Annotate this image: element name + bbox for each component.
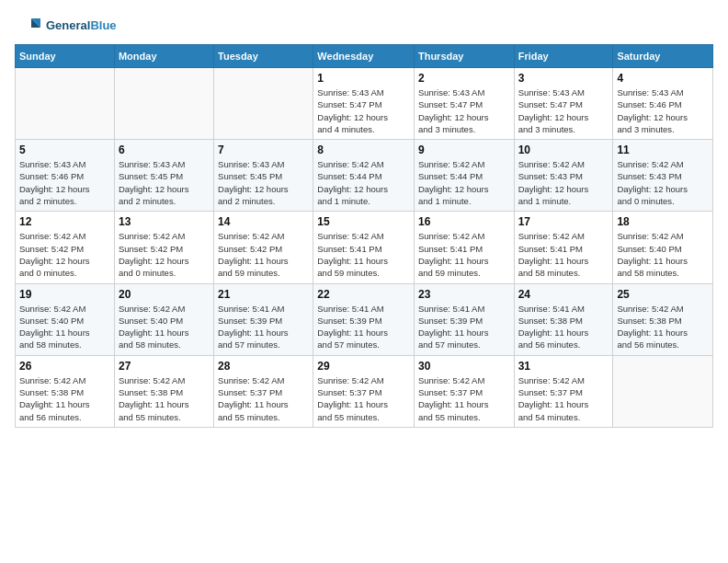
calendar-cell: 8Sunrise: 5:42 AM Sunset: 5:44 PM Daylig… [313,140,415,212]
day-info: Sunrise: 5:42 AM Sunset: 5:37 PM Dayligh… [518,374,609,423]
calendar-cell: 9Sunrise: 5:42 AM Sunset: 5:44 PM Daylig… [414,140,514,212]
day-number: 8 [317,144,410,156]
day-info: Sunrise: 5:43 AM Sunset: 5:47 PM Dayligh… [418,86,510,135]
calendar-cell: 5Sunrise: 5:43 AM Sunset: 5:46 PM Daylig… [16,140,115,212]
calendar-cell: 2Sunrise: 5:43 AM Sunset: 5:47 PM Daylig… [414,68,514,140]
calendar-cell: 31Sunrise: 5:42 AM Sunset: 5:37 PM Dayli… [514,355,613,427]
calendar-cell: 1Sunrise: 5:43 AM Sunset: 5:47 PM Daylig… [313,68,415,140]
day-number: 27 [119,360,210,373]
calendar-cell: 23Sunrise: 5:41 AM Sunset: 5:39 PM Dayli… [414,283,514,355]
day-info: Sunrise: 5:42 AM Sunset: 5:40 PM Dayligh… [19,303,110,351]
calendar-cell: 29Sunrise: 5:42 AM Sunset: 5:37 PM Dayli… [313,355,415,427]
logo-text: GeneralBlue [46,18,117,33]
day-number: 10 [518,144,609,156]
day-number: 9 [418,144,510,156]
calendar-week-2: 5Sunrise: 5:43 AM Sunset: 5:46 PM Daylig… [16,140,713,212]
day-number: 20 [119,288,210,301]
calendar-cell: 4Sunrise: 5:43 AM Sunset: 5:46 PM Daylig… [613,68,713,140]
day-number: 21 [218,288,309,301]
calendar-cell: 19Sunrise: 5:42 AM Sunset: 5:40 PM Dayli… [16,283,115,355]
day-info: Sunrise: 5:42 AM Sunset: 5:41 PM Dayligh… [317,230,410,279]
day-number: 25 [617,288,709,301]
day-header-sunday: Sunday [16,45,115,68]
calendar-cell: 22Sunrise: 5:41 AM Sunset: 5:39 PM Dayli… [313,283,415,355]
calendar-cell: 11Sunrise: 5:42 AM Sunset: 5:43 PM Dayli… [613,140,713,212]
calendar-cell: 14Sunrise: 5:42 AM Sunset: 5:42 PM Dayli… [214,212,313,283]
day-info: Sunrise: 5:42 AM Sunset: 5:44 PM Dayligh… [418,158,510,207]
calendar-cell: 17Sunrise: 5:42 AM Sunset: 5:41 PM Dayli… [514,212,613,283]
calendar-cell: 7Sunrise: 5:43 AM Sunset: 5:45 PM Daylig… [214,140,313,212]
day-info: Sunrise: 5:43 AM Sunset: 5:47 PM Dayligh… [518,86,609,135]
header: GeneralBlue [15,15,713,37]
calendar-cell [16,68,115,140]
day-header-friday: Friday [514,45,613,68]
day-info: Sunrise: 5:42 AM Sunset: 5:42 PM Dayligh… [218,230,309,279]
day-number: 5 [19,144,110,156]
calendar-cell: 26Sunrise: 5:42 AM Sunset: 5:38 PM Dayli… [16,355,115,427]
day-header-saturday: Saturday [613,45,713,68]
day-number: 24 [518,288,609,301]
day-info: Sunrise: 5:43 AM Sunset: 5:45 PM Dayligh… [218,158,309,207]
day-number: 12 [19,215,110,228]
day-number: 2 [418,72,510,85]
day-info: Sunrise: 5:41 AM Sunset: 5:39 PM Dayligh… [418,303,510,351]
day-info: Sunrise: 5:42 AM Sunset: 5:37 PM Dayligh… [418,374,510,423]
day-info: Sunrise: 5:42 AM Sunset: 5:41 PM Dayligh… [518,230,609,279]
calendar-week-1: 1Sunrise: 5:43 AM Sunset: 5:47 PM Daylig… [16,68,713,140]
calendar-cell [613,355,713,427]
calendar-week-3: 12Sunrise: 5:42 AM Sunset: 5:42 PM Dayli… [16,212,713,283]
day-header-wednesday: Wednesday [313,45,415,68]
day-info: Sunrise: 5:42 AM Sunset: 5:43 PM Dayligh… [518,158,609,207]
day-info: Sunrise: 5:41 AM Sunset: 5:39 PM Dayligh… [218,303,309,351]
day-info: Sunrise: 5:41 AM Sunset: 5:38 PM Dayligh… [518,303,609,351]
day-header-tuesday: Tuesday [214,45,313,68]
day-info: Sunrise: 5:42 AM Sunset: 5:40 PM Dayligh… [617,230,709,279]
day-header-thursday: Thursday [414,45,514,68]
day-info: Sunrise: 5:42 AM Sunset: 5:41 PM Dayligh… [418,230,510,279]
calendar-cell: 25Sunrise: 5:42 AM Sunset: 5:38 PM Dayli… [613,283,713,355]
logo: GeneralBlue [15,15,117,37]
day-info: Sunrise: 5:42 AM Sunset: 5:40 PM Dayligh… [119,303,210,351]
calendar-cell: 10Sunrise: 5:42 AM Sunset: 5:43 PM Dayli… [514,140,613,212]
day-number: 3 [518,72,609,85]
calendar-cell: 28Sunrise: 5:42 AM Sunset: 5:37 PM Dayli… [214,355,313,427]
calendar-table: SundayMondayTuesdayWednesdayThursdayFrid… [15,44,713,428]
calendar-cell [214,68,313,140]
calendar-cell: 16Sunrise: 5:42 AM Sunset: 5:41 PM Dayli… [414,212,514,283]
day-number: 18 [617,215,709,228]
calendar-cell: 27Sunrise: 5:42 AM Sunset: 5:38 PM Dayli… [114,355,213,427]
day-info: Sunrise: 5:41 AM Sunset: 5:39 PM Dayligh… [317,303,410,351]
day-info: Sunrise: 5:43 AM Sunset: 5:47 PM Dayligh… [317,86,410,135]
day-info: Sunrise: 5:43 AM Sunset: 5:45 PM Dayligh… [119,158,210,207]
day-number: 30 [418,360,510,373]
day-number: 31 [518,360,609,373]
calendar-cell: 12Sunrise: 5:42 AM Sunset: 5:42 PM Dayli… [16,212,115,283]
day-info: Sunrise: 5:42 AM Sunset: 5:37 PM Dayligh… [218,374,309,423]
calendar-cell: 20Sunrise: 5:42 AM Sunset: 5:40 PM Dayli… [114,283,213,355]
day-number: 1 [317,72,410,85]
day-number: 15 [317,215,410,228]
calendar-header: SundayMondayTuesdayWednesdayThursdayFrid… [16,45,713,68]
day-info: Sunrise: 5:43 AM Sunset: 5:46 PM Dayligh… [617,86,709,135]
logo-icon [15,15,42,37]
day-number: 13 [119,215,210,228]
calendar-cell: 21Sunrise: 5:41 AM Sunset: 5:39 PM Dayli… [214,283,313,355]
calendar-cell: 30Sunrise: 5:42 AM Sunset: 5:37 PM Dayli… [414,355,514,427]
day-info: Sunrise: 5:43 AM Sunset: 5:46 PM Dayligh… [19,158,110,207]
day-header-monday: Monday [114,45,213,68]
day-number: 17 [518,215,609,228]
day-number: 22 [317,288,410,301]
calendar-cell: 6Sunrise: 5:43 AM Sunset: 5:45 PM Daylig… [114,140,213,212]
calendar-cell [114,68,213,140]
day-number: 26 [19,360,110,373]
day-info: Sunrise: 5:42 AM Sunset: 5:38 PM Dayligh… [119,374,210,423]
day-number: 19 [19,288,110,301]
day-info: Sunrise: 5:42 AM Sunset: 5:38 PM Dayligh… [617,303,709,351]
calendar-week-4: 19Sunrise: 5:42 AM Sunset: 5:40 PM Dayli… [16,283,713,355]
day-number: 28 [218,360,309,373]
day-info: Sunrise: 5:42 AM Sunset: 5:44 PM Dayligh… [317,158,410,207]
day-number: 11 [617,144,709,156]
day-number: 23 [418,288,510,301]
calendar-cell: 24Sunrise: 5:41 AM Sunset: 5:38 PM Dayli… [514,283,613,355]
calendar-cell: 13Sunrise: 5:42 AM Sunset: 5:42 PM Dayli… [114,212,213,283]
